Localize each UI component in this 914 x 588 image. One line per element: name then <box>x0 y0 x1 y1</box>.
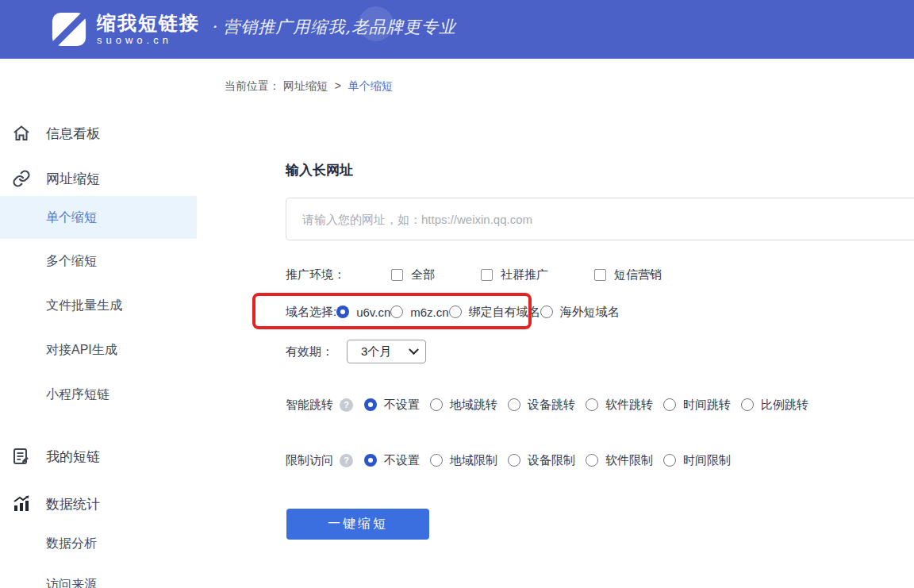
home-icon <box>12 124 31 143</box>
sidebar-item-data-analysis[interactable]: 数据分析 <box>0 523 197 564</box>
sidebar-item-label: 网址缩短 <box>46 170 100 188</box>
radio-icon[interactable] <box>586 398 598 411</box>
radio-selected-icon[interactable] <box>364 398 377 411</box>
radio-option-u6v[interactable]: u6v.cn <box>336 306 390 319</box>
radio-label: 时间跳转 <box>683 398 731 413</box>
sidebar-item-my-links[interactable]: 我的短链 <box>0 437 197 475</box>
link-icon <box>12 169 31 188</box>
checkbox-option-sms[interactable]: 短信营销 <box>594 267 662 282</box>
radio-option-restrict-none[interactable]: 不设置 <box>364 453 420 468</box>
breadcrumb-current-link[interactable]: 单个缩短 <box>348 79 393 92</box>
checkbox-icon[interactable] <box>391 269 403 281</box>
radio-option-jump-region[interactable]: 地域跳转 <box>430 398 497 413</box>
radio-label: 设备限制 <box>528 453 575 468</box>
brand-name: 缩我短链接 <box>97 13 200 33</box>
radio-option-jump-time[interactable]: 时间跳转 <box>663 398 731 413</box>
shorten-form: 输入长网址 推广环境： 全部 社群推广 短信营销 <box>286 161 914 540</box>
radio-selected-icon[interactable] <box>364 454 377 467</box>
radio-label: 不设置 <box>384 398 420 413</box>
sidebar-item-label: 小程序短链 <box>46 386 109 403</box>
validity-selected-value: 3个月 <box>361 344 391 359</box>
help-icon[interactable]: ? <box>340 398 353 412</box>
radio-label: 绑定自有域名 <box>469 305 540 320</box>
brand-tagline: · 营销推广用缩我,老品牌更专业 <box>211 16 456 38</box>
breadcrumb-prefix: 当前位置： <box>225 79 280 92</box>
radio-icon[interactable] <box>430 398 443 411</box>
smart-jump-label: 智能跳转 <box>286 398 333 413</box>
radio-icon[interactable] <box>508 454 520 467</box>
radio-label: 地域限制 <box>450 453 497 468</box>
form-title: 输入长网址 <box>286 161 914 179</box>
checkbox-icon[interactable] <box>481 269 493 281</box>
radio-label: 设备跳转 <box>528 398 575 413</box>
sidebar-item-file-batch[interactable]: 文件批量生成 <box>0 283 197 328</box>
sidebar-item-multi-shorten[interactable]: 多个缩短 <box>0 239 197 283</box>
brand-logo-icon <box>51 11 87 48</box>
tagline-glow-decoration <box>359 6 394 41</box>
radio-icon[interactable] <box>663 398 676 411</box>
radio-icon[interactable] <box>449 306 462 318</box>
radio-option-jump-software[interactable]: 软件跳转 <box>586 398 653 413</box>
radio-option-restrict-device[interactable]: 设备限制 <box>508 453 575 468</box>
radio-icon[interactable] <box>508 398 520 411</box>
sidebar-item-label: 单个缩短 <box>46 209 97 226</box>
radio-icon[interactable] <box>430 454 443 467</box>
sidebar-item-url-shorten[interactable]: 网址缩短 <box>0 161 197 196</box>
radio-option-jump-ratio[interactable]: 比例跳转 <box>741 398 808 413</box>
radio-option-restrict-time[interactable]: 时间限制 <box>663 453 731 468</box>
radio-option-restrict-software[interactable]: 软件限制 <box>586 453 653 468</box>
radio-label: 比例跳转 <box>761 398 808 413</box>
sidebar-item-dashboard[interactable]: 信息看板 <box>0 114 197 152</box>
radio-icon[interactable] <box>540 306 553 318</box>
radio-selected-icon[interactable] <box>336 306 349 318</box>
stats-icon <box>12 494 31 513</box>
radio-label: 不设置 <box>384 453 420 468</box>
sidebar-item-miniprogram-link[interactable]: 小程序短链 <box>0 372 197 417</box>
checkbox-label: 社群推广 <box>501 267 548 282</box>
radio-label: 软件跳转 <box>605 398 653 413</box>
checkbox-label: 短信营销 <box>614 267 662 282</box>
radio-option-overseas-domain[interactable]: 海外短域名 <box>540 305 620 320</box>
help-icon[interactable]: ? <box>340 454 353 467</box>
radio-option-custom-domain[interactable]: 绑定自有域名 <box>449 305 540 320</box>
radio-icon[interactable] <box>390 306 403 318</box>
radio-option-jump-device[interactable]: 设备跳转 <box>508 398 575 413</box>
sidebar-item-visit-source[interactable]: 访问来源 <box>0 564 197 588</box>
domain-select-row: 域名选择: u6v.cn m6z.cn 绑定自有域名 海外短域名 <box>286 304 914 320</box>
radio-label: 地域跳转 <box>450 398 497 413</box>
doc-edit-icon <box>12 447 31 466</box>
checkbox-option-community[interactable]: 社群推广 <box>481 267 548 282</box>
radio-option-restrict-region[interactable]: 地域限制 <box>430 453 497 468</box>
validity-select[interactable]: 3个月 <box>347 340 426 363</box>
promo-env-row: 推广环境： 全部 社群推广 短信营销 <box>286 267 914 282</box>
app-header: 缩我短链接 suowo.cn · 营销推广用缩我,老品牌更专业 <box>0 0 914 59</box>
checkbox-icon[interactable] <box>594 269 606 281</box>
sidebar-item-single-shorten[interactable]: 单个缩短 <box>0 196 197 239</box>
main-content: 当前位置： 网址缩短 > 单个缩短 输入长网址 推广环境： 全部 社群推广 <box>197 59 914 588</box>
checkbox-label: 全部 <box>411 267 435 282</box>
sidebar-item-label: 文件批量生成 <box>46 298 122 314</box>
radio-icon[interactable] <box>741 398 754 411</box>
breadcrumb-separator: > <box>335 79 341 92</box>
chevron-down-icon <box>409 344 419 355</box>
radio-label: 时间限制 <box>683 453 731 468</box>
restrict-access-row: 限制访问 ? 不设置 地域限制 设备限制 <box>286 452 914 469</box>
sidebar-item-label: 信息看板 <box>46 125 100 143</box>
sidebar-nav: 信息看板 网址缩短 单个缩短 多个缩短 文件批量生成 对接API生成 小程序短链 <box>0 59 197 588</box>
sidebar-item-label: 我的短链 <box>46 448 100 466</box>
shorten-submit-button[interactable]: 一键缩短 <box>286 509 429 540</box>
smart-jump-row: 智能跳转 ? 不设置 地域跳转 设备跳转 <box>286 396 914 413</box>
breadcrumb-section-link[interactable]: 网址缩短 <box>283 79 328 92</box>
radio-icon[interactable] <box>663 454 676 467</box>
sidebar-item-api-generate[interactable]: 对接API生成 <box>0 328 197 372</box>
radio-icon[interactable] <box>586 454 598 467</box>
checkbox-option-all[interactable]: 全部 <box>391 267 435 282</box>
radio-label: u6v.cn <box>356 306 390 319</box>
radio-option-m6z[interactable]: m6z.cn <box>390 306 448 319</box>
long-url-input[interactable] <box>286 198 914 240</box>
sidebar-item-label: 数据统计 <box>46 495 100 513</box>
radio-option-jump-none[interactable]: 不设置 <box>364 398 420 413</box>
sidebar-item-statistics[interactable]: 数据统计 <box>0 485 197 523</box>
radio-label: 海外短域名 <box>560 305 620 320</box>
brand-block[interactable]: 缩我短链接 suowo.cn <box>97 13 200 45</box>
